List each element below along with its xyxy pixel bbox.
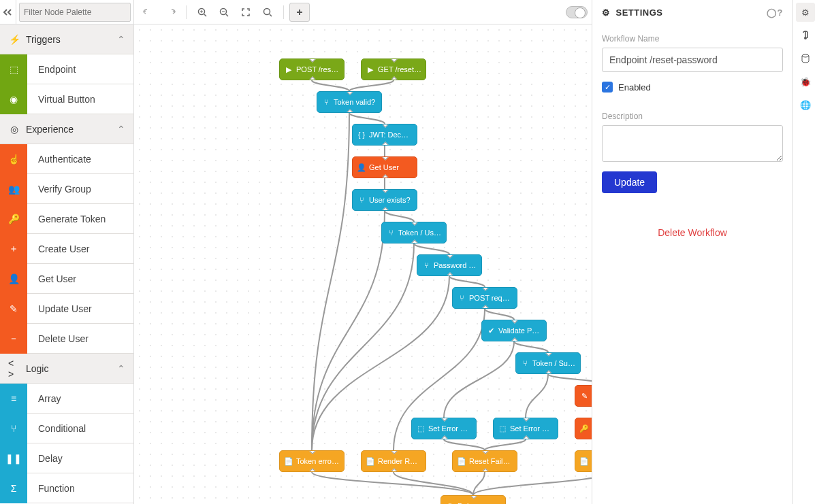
workflow-node[interactable]: ⬚Set Error M… — [493, 418, 558, 439]
workflow-node[interactable]: 📄Render Rese… — [361, 450, 426, 472]
palette-item-endpoint[interactable]: ⬚Endpoint — [0, 54, 133, 84]
item-icon: ≡ — [0, 384, 27, 414]
svg-line-8 — [270, 14, 272, 16]
svg-line-5 — [226, 14, 228, 16]
workflow-main: ⚙ ▶POST /reset…▶GET /reset-…⑂Token valid… — [134, 0, 592, 504]
enabled-label: Enabled — [618, 82, 651, 93]
enabled-checkbox[interactable]: ✓ — [602, 82, 613, 93]
undo-button[interactable] — [138, 3, 159, 22]
item-icon: ✎ — [0, 294, 27, 324]
workflow-node[interactable]: ⑂Token / Sub… — [515, 352, 581, 374]
palette-item-get-user[interactable]: 👤Get User — [0, 264, 133, 294]
node-icon: ⚙ — [445, 502, 455, 505]
palette-item-conditional[interactable]: ⑂Conditional — [0, 414, 133, 443]
palette-group-logic[interactable]: < >Logic⌃ — [0, 354, 133, 384]
group-icon: ⚡ — [8, 34, 20, 45]
help-button[interactable]: ◯? — [767, 7, 783, 18]
description-input[interactable] — [602, 125, 783, 162]
workflow-node[interactable]: ▶GET /reset-… — [361, 58, 426, 80]
workflow-node[interactable]: 📄Token error… — [279, 450, 345, 472]
gear-icon: ⚙ — [579, 9, 584, 16]
zoom-in-button[interactable] — [192, 3, 212, 22]
workflow-node[interactable]: 👤Get User — [352, 156, 417, 178]
workflow-node[interactable]: ⑂POST request? — [452, 287, 517, 309]
workflow-node[interactable]: ⚙Debug — [440, 495, 506, 504]
palette-item-authenticate[interactable]: ☝Authenticate — [0, 144, 133, 174]
workflow-node[interactable]: { }JWT: Decode — [352, 124, 417, 146]
delete-workflow-link[interactable]: Delete Workflow — [602, 227, 783, 238]
workflow-name-label: Workflow Name — [602, 34, 783, 44]
palette-item-verify-group[interactable]: 👥Verify Group — [0, 174, 133, 204]
palette-item-virtual-button[interactable]: ◉Virtual Button — [0, 84, 133, 114]
workflow-name-input[interactable] — [602, 48, 783, 72]
node-icon: ⑂ — [321, 98, 331, 106]
palette-group-experience[interactable]: ◎Experience⌃ — [0, 114, 133, 144]
workflow-node[interactable]: ⑂Password no… — [417, 254, 482, 276]
node-icon: 📄 — [284, 457, 293, 466]
item-icon: ＋ — [0, 234, 27, 264]
node-icon: 📄 — [366, 457, 375, 466]
node-icon: ⑂ — [520, 359, 530, 367]
workflow-node[interactable]: 📄Go to / — [575, 450, 592, 472]
workflow-node[interactable]: 📄Reset Failure — [452, 450, 517, 472]
node-icon: 📄 — [457, 457, 466, 466]
palette-group-triggers[interactable]: ⚡Triggers⌃ — [0, 24, 133, 54]
rail-versions-button[interactable] — [796, 26, 815, 45]
filter-palette-input[interactable] — [19, 3, 131, 22]
item-icon: ☝ — [0, 144, 27, 174]
fit-screen-button[interactable] — [236, 3, 256, 22]
item-icon: ❚❚ — [0, 443, 27, 473]
sidebar-header — [0, 0, 133, 24]
palette-item-delete-user[interactable]: －Delete User — [0, 324, 133, 354]
workflow-node[interactable]: ✔Validate Pa… — [481, 320, 547, 341]
workflow-node[interactable]: ⑂User exists? — [352, 189, 417, 211]
node-icon: ▶ — [366, 65, 375, 74]
svg-line-1 — [204, 14, 206, 16]
collapse-sidebar-button[interactable] — [0, 0, 16, 24]
node-icon: 👤 — [357, 163, 366, 172]
palette-item-delay[interactable]: ❚❚Delay — [0, 443, 133, 473]
rail-settings-button[interactable]: ⚙ — [796, 3, 815, 22]
item-icon: 👥 — [0, 174, 27, 204]
palette-item-generate-token[interactable]: 🔑Generate Token — [0, 204, 133, 234]
palette-item-array[interactable]: ≡Array — [0, 384, 133, 414]
node-icon: ⑂ — [386, 229, 396, 237]
node-icon: 📄 — [579, 457, 589, 466]
settings-panel: ⚙ SETTINGS ◯? Workflow Name ✓ Enabled De… — [592, 0, 792, 504]
node-icon: ⬚ — [498, 424, 507, 433]
rail-storage-button[interactable] — [796, 49, 815, 68]
item-icon: ⑂ — [0, 414, 27, 443]
add-node-button[interactable] — [289, 3, 310, 22]
workflow-node[interactable]: ⬚Set Error M… — [411, 418, 477, 439]
node-icon: ▶ — [284, 65, 293, 74]
palette-item-function[interactable]: ΣFunction — [0, 473, 133, 503]
zoom-out-button[interactable] — [214, 3, 234, 22]
description-label: Description — [602, 112, 783, 121]
workflow-node[interactable]: ⑂Token / Use… — [381, 222, 447, 243]
workflow-canvas[interactable]: ▶POST /reset…▶GET /reset-…⑂Token valid?{… — [134, 24, 592, 504]
palette-item-update-user[interactable]: ✎Update User — [0, 294, 133, 324]
group-icon: ◎ — [8, 124, 20, 135]
node-icon: 🔑 — [579, 424, 589, 433]
workflow-node[interactable]: 🔑Generate Token — [575, 418, 592, 439]
palette-item-create-user[interactable]: ＋Create User — [0, 234, 133, 264]
workflow-node[interactable]: ✎Update User — [575, 385, 592, 407]
node-icon: ✔ — [486, 326, 496, 335]
rail-debug-button[interactable]: 🐞 — [796, 72, 815, 91]
workflow-node[interactable]: ▶POST /reset… — [279, 58, 345, 80]
svg-point-7 — [264, 8, 270, 14]
zoom-reset-button[interactable] — [257, 3, 278, 22]
node-icon: { } — [357, 131, 366, 139]
svg-point-12 — [802, 54, 809, 57]
item-icon: Σ — [0, 473, 27, 503]
update-button[interactable]: Update — [602, 171, 657, 193]
item-icon: ⬚ — [0, 54, 27, 84]
redo-button[interactable] — [160, 3, 180, 22]
node-icon: ⑂ — [357, 196, 366, 204]
settings-title: SETTINGS — [616, 7, 663, 18]
rail-globals-button[interactable]: 🌐 — [796, 95, 815, 114]
svg-point-11 — [804, 37, 807, 39]
workflow-node[interactable]: ⑂Token valid? — [317, 91, 382, 113]
live-toggle[interactable]: ⚙ — [566, 6, 588, 18]
right-rail: ⚙ 🐞 🌐 — [792, 0, 817, 504]
